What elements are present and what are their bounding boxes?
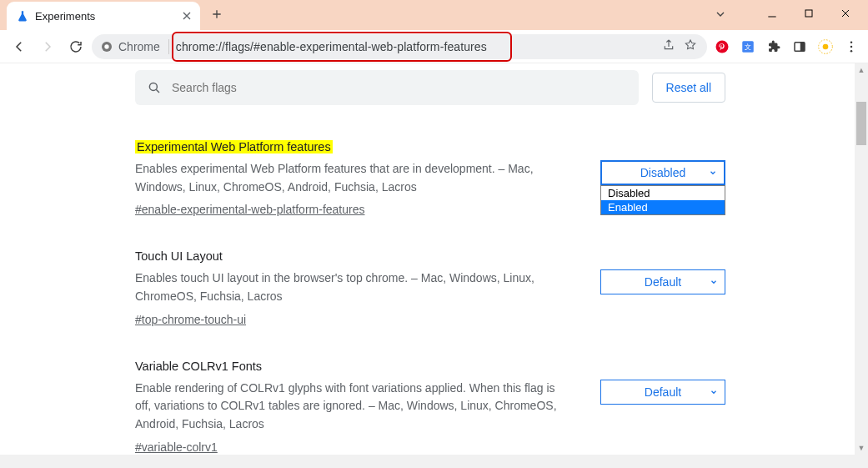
maximize-button[interactable]	[798, 7, 820, 23]
title-bar: Experiments	[0, 0, 868, 30]
reset-all-button[interactable]: Reset all	[652, 73, 725, 103]
flag-description: Enables touch UI layout in the browser's…	[135, 269, 567, 305]
translate-icon[interactable]: 文	[740, 38, 756, 55]
flag-select[interactable]: Disabled	[600, 160, 725, 185]
flag-anchor-link[interactable]: #variable-colrv1	[135, 440, 218, 454]
sidepanel-icon[interactable]	[791, 38, 808, 55]
minimize-button[interactable]	[761, 7, 783, 23]
tab-search-icon[interactable]	[710, 5, 731, 23]
flag-select-value: Default	[645, 385, 681, 399]
pinterest-icon[interactable]	[714, 38, 730, 55]
flag-anchor-link[interactable]: #top-chrome-touch-ui	[135, 313, 246, 326]
horizontal-scrollbar[interactable]	[0, 455, 855, 468]
page-viewport: Reset all Experimental Web Platform feat…	[0, 63, 868, 468]
nav-toolbar: Chrome chrome://flags/#enable-experiment…	[0, 30, 868, 63]
svg-point-2	[104, 44, 108, 48]
close-tab-icon[interactable]	[180, 9, 193, 23]
svg-point-13	[149, 83, 157, 90]
site-chip: Chrome	[100, 39, 169, 54]
flag-select[interactable]: Default	[600, 380, 725, 405]
profile-avatar-icon[interactable]	[817, 38, 834, 55]
svg-point-3	[716, 40, 729, 53]
scroll-up-icon[interactable]: ▲	[855, 63, 868, 77]
close-window-button[interactable]	[835, 7, 856, 23]
search-input[interactable]	[170, 80, 627, 95]
flag-select-value: Disabled	[640, 166, 685, 179]
scroll-down-icon[interactable]: ▼	[855, 441, 868, 455]
tab-title: Experiments	[35, 10, 173, 23]
vertical-scrollbar[interactable]: ▲ ▼	[855, 63, 868, 455]
site-chip-label: Chrome	[118, 40, 160, 53]
window-controls	[710, 0, 868, 23]
flag-title: Touch UI Layout	[135, 249, 567, 263]
search-icon	[147, 80, 162, 95]
flag-title: Variable COLRv1 Fonts	[135, 360, 567, 373]
scroll-area[interactable]: Reset all Experimental Web Platform feat…	[0, 63, 855, 455]
flag-select[interactable]: Default	[600, 269, 725, 294]
new-tab-button[interactable]	[205, 3, 228, 26]
svg-point-10	[850, 41, 853, 43]
address-bar[interactable]: Chrome chrome://flags/#enable-experiment…	[92, 34, 707, 59]
svg-text:文: 文	[745, 43, 751, 51]
scrollbar-corner	[855, 455, 868, 468]
kebab-menu-icon[interactable]	[843, 38, 860, 55]
chevron-down-icon	[709, 166, 717, 179]
share-icon[interactable]	[662, 38, 675, 54]
flag-title: Experimental Web Platform features	[135, 140, 567, 153]
search-flags-field[interactable]	[135, 70, 639, 105]
bookmark-star-icon[interactable]	[684, 38, 697, 54]
back-button[interactable]	[7, 34, 32, 59]
svg-rect-7	[800, 42, 805, 51]
chevron-down-icon	[710, 275, 718, 289]
flag-description: Enable rendering of COLRv1 glyphs with f…	[135, 380, 567, 434]
url-text: chrome://flags/#enable-experimental-web-…	[176, 40, 655, 53]
dropdown-option[interactable]: Disabled	[601, 186, 725, 200]
flag-select-dropdown: Disabled Enabled	[600, 185, 725, 215]
flag-description: Enables experimental Web Platform featur…	[135, 160, 567, 196]
svg-point-9	[823, 43, 829, 49]
browser-tab[interactable]: Experiments	[7, 2, 200, 30]
reload-button[interactable]	[63, 34, 88, 59]
extensions-area: 文	[710, 38, 860, 55]
flag-anchor-link[interactable]: #enable-experimental-web-platform-featur…	[135, 203, 364, 216]
flag-item: Variable COLRv1 Fonts Enable rendering o…	[135, 360, 725, 454]
extensions-icon[interactable]	[765, 38, 782, 55]
svg-point-12	[850, 49, 853, 52]
scrollbar-thumb[interactable]	[856, 102, 866, 145]
svg-rect-0	[805, 10, 812, 17]
flask-icon	[17, 10, 28, 22]
svg-line-14	[156, 89, 159, 93]
dropdown-option[interactable]: Enabled	[601, 200, 725, 214]
svg-point-11	[850, 45, 853, 48]
chevron-down-icon	[710, 385, 718, 399]
forward-button[interactable]	[35, 34, 60, 59]
flag-item: Touch UI Layout Enables touch UI layout …	[135, 249, 725, 325]
flag-select-value: Default	[645, 275, 681, 289]
flag-item: Experimental Web Platform features Enabl…	[135, 140, 725, 216]
